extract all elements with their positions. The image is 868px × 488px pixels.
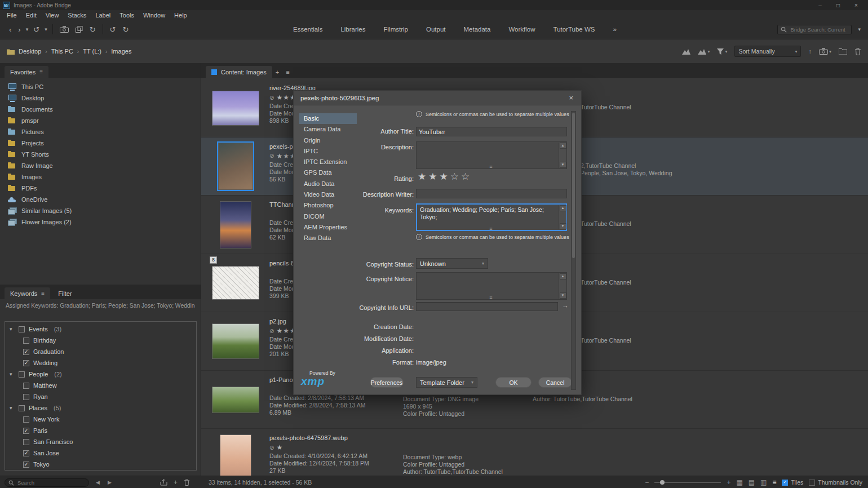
favorite-yt-shorts[interactable]: YT Shorts	[0, 149, 201, 160]
expand-icon[interactable]: ▾	[10, 326, 15, 332]
keyword-san-francisco[interactable]: ✓ San Francisco	[5, 436, 196, 447]
menu-view[interactable]: View	[41, 12, 64, 19]
list-view-icon[interactable]: ≡	[772, 478, 776, 486]
favorite-images[interactable]: Images	[0, 171, 201, 183]
forward-icon[interactable]: ›	[15, 25, 24, 34]
tab-output[interactable]: Output	[417, 20, 455, 39]
ok-button[interactable]: OK	[495, 377, 532, 388]
favorite-pdfs[interactable]: PDFs	[0, 183, 201, 194]
favorite-desktop[interactable]: Desktop	[0, 92, 201, 104]
file-thumbnail[interactable]: 8	[211, 259, 259, 307]
menu-file[interactable]: File	[2, 12, 21, 19]
history-dropdown-icon[interactable]: ▾	[43, 26, 49, 32]
keyword-checkbox[interactable]: ✓	[23, 428, 29, 434]
favorite-onedrive[interactable]: OneDrive	[0, 194, 201, 205]
file-thumbnail[interactable]	[211, 434, 259, 476]
camera-import-icon[interactable]	[56, 26, 72, 33]
tiles-toggle[interactable]: ✓ Tiles	[782, 479, 803, 486]
details-view-icon[interactable]: ▥	[760, 478, 767, 486]
dialog-titlebar[interactable]: pexels-photo-5029603.jpeg ×	[294, 91, 581, 105]
grid-lock-view-icon[interactable]: ▦	[736, 478, 742, 486]
menu-window[interactable]: Window	[139, 12, 170, 19]
scroll-up-icon[interactable]: ▲	[560, 205, 566, 211]
thumbnails-only-toggle[interactable]: ✓ Thumbnails Only	[809, 479, 862, 486]
file-row-pexels-6475987[interactable]: pexels-photo-6475987.webp ⊘★ Date Create…	[201, 429, 868, 476]
file-thumbnail[interactable]	[211, 201, 259, 249]
tab-workflow[interactable]: Workflow	[499, 20, 544, 39]
file-rating[interactable]: ⊘★	[269, 442, 402, 452]
sort-select[interactable]: Sort Manually ▾	[734, 46, 801, 57]
new-folder-icon[interactable]	[839, 48, 847, 55]
bridge-search-input[interactable]	[789, 26, 848, 33]
keyword-checkbox[interactable]: ✓	[23, 462, 29, 468]
nav-raw-data[interactable]: Raw Data	[299, 233, 357, 243]
tab-content-images[interactable]: Content: Images	[206, 66, 272, 78]
close-button[interactable]: ×	[847, 0, 865, 10]
file-thumbnail[interactable]	[211, 376, 259, 424]
back-icon[interactable]: ‹	[6, 25, 15, 34]
thumbnail-size-slider[interactable]	[654, 480, 721, 485]
breadcrumb-desktop[interactable]: Desktop	[19, 48, 41, 55]
keyword-checkbox[interactable]: ✓	[23, 360, 29, 366]
textarea-scrollbar[interactable]: ▲ ▼	[559, 143, 566, 168]
refresh-icon[interactable]: ↻	[86, 25, 99, 34]
favorite-similar-images[interactable]: Similar Images (5)	[0, 205, 201, 216]
cancel-button[interactable]: Cancel	[538, 377, 572, 388]
keyword-group-places[interactable]: ▾ ✓ Places (5)	[5, 402, 196, 414]
content-panel-menu-icon[interactable]: ≡	[282, 66, 293, 78]
keyword-checkbox[interactable]: ✓	[23, 394, 29, 400]
breadcrumb-drive[interactable]: TT (L:)	[83, 48, 101, 55]
description-writer-field[interactable]	[416, 189, 567, 198]
tab-filmstrip[interactable]: Filmstrip	[375, 20, 417, 39]
keyword-group-events[interactable]: ▾ ✓ Events (3)	[5, 323, 196, 335]
tiles-checkbox[interactable]: ✓	[782, 480, 788, 486]
dialog-close-icon[interactable]: ×	[568, 94, 574, 102]
resize-grip-icon[interactable]: ≡	[484, 165, 498, 169]
favorite-raw-image[interactable]: Raw Image	[0, 160, 201, 171]
maximize-button[interactable]: □	[829, 0, 847, 10]
expand-icon[interactable]: ▾	[10, 405, 15, 411]
keyword-tokyo[interactable]: ✓ Tokyo	[5, 459, 196, 470]
menu-help[interactable]: Help	[170, 12, 192, 19]
bridge-search-box[interactable]	[777, 25, 852, 34]
keyword-checkbox[interactable]: ✓	[23, 450, 29, 456]
history-icon[interactable]: ↺	[30, 25, 43, 34]
template-folder-select[interactable]: Template Folder ▾	[416, 377, 477, 388]
delete-keyword-icon[interactable]	[184, 479, 190, 486]
add-tab-icon[interactable]: +	[272, 66, 282, 78]
thumbnails-only-checkbox[interactable]: ✓	[809, 480, 815, 486]
breadcrumb-this-pc[interactable]: This PC	[51, 48, 73, 55]
file-thumbnail[interactable]	[211, 143, 259, 190]
textarea-scrollbar[interactable]: ▲ ▼	[559, 273, 566, 299]
delete-item-icon[interactable]	[854, 48, 861, 55]
toolbar-panel-menu-icon[interactable]: ▾	[856, 26, 862, 32]
filter-icon[interactable]: ▾	[717, 48, 727, 55]
keyword-new-york[interactable]: ✓ New York	[5, 414, 196, 425]
nav-iptc-extension[interactable]: IPTC Extension	[299, 157, 357, 167]
slider-knob[interactable]	[660, 480, 665, 485]
breadcrumb-images[interactable]: Images	[111, 48, 131, 55]
tab-metadata[interactable]: Metadata	[455, 20, 500, 39]
keyword-checkbox[interactable]: ✓	[23, 338, 29, 344]
workspace-overflow-icon[interactable]: »	[604, 20, 625, 39]
menu-tools[interactable]: Tools	[115, 12, 139, 19]
rotate-right-icon[interactable]: ↻	[119, 25, 132, 34]
favorite-pmspr[interactable]: pmspr	[0, 115, 201, 126]
favorite-flower-images[interactable]: Flower Images (2)	[0, 216, 201, 228]
menu-label[interactable]: Label	[91, 12, 115, 19]
favorite-documents[interactable]: Documents	[0, 104, 201, 115]
keyword-checkbox[interactable]: ✓	[19, 326, 25, 332]
keyword-paris[interactable]: ✓ Paris	[5, 425, 196, 436]
file-thumbnail[interactable]	[211, 317, 259, 365]
keyword-checkbox[interactable]: ✓	[19, 405, 25, 411]
scrollbar-thumb[interactable]	[572, 113, 575, 258]
next-icon[interactable]: ▶	[108, 480, 112, 485]
go-to-url-icon[interactable]: →	[562, 301, 569, 309]
tab-tutortube-ws[interactable]: TutorTube WS	[544, 20, 604, 39]
previous-icon[interactable]: ◀	[96, 480, 100, 485]
keyword-checkbox[interactable]: ✓	[23, 349, 29, 355]
textarea-scrollbar[interactable]: ▲ ▼	[559, 205, 566, 229]
scroll-down-icon[interactable]: ▼	[560, 162, 566, 168]
keyword-graduation[interactable]: ✓ Graduation	[5, 346, 196, 357]
favorite-projects[interactable]: Projects	[0, 137, 201, 149]
